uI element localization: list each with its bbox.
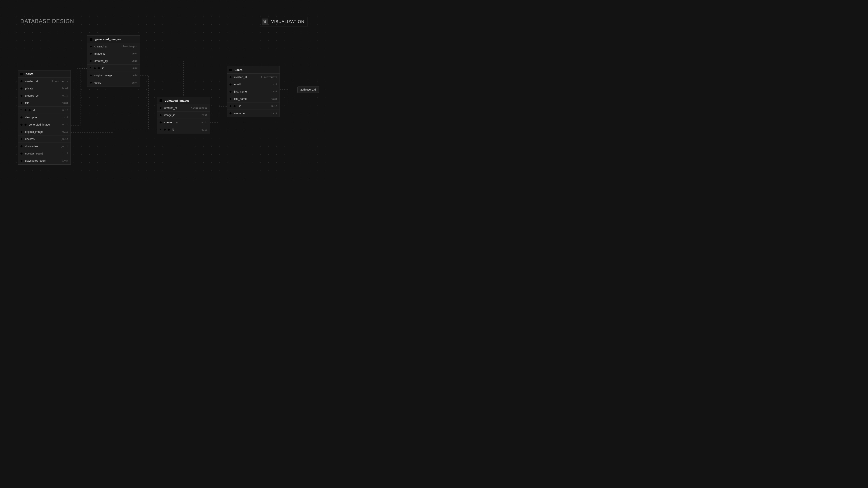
column-name: query <box>94 81 130 84</box>
column-name: upvotes_count <box>25 152 61 155</box>
column-type: _uuid <box>61 137 68 140</box>
table-uploaded_images[interactable]: uploaded_images created_at timestamptz i… <box>157 97 210 133</box>
column-type: uuid <box>202 121 208 124</box>
column-icons <box>229 105 236 107</box>
column-name: created_at <box>25 80 50 83</box>
table-row[interactable]: created_by uuid <box>18 92 70 99</box>
diamond-fill-icon <box>163 128 166 131</box>
link-icon <box>28 109 31 111</box>
diagram-canvas[interactable]: posts created_at timestamptz private boo… <box>0 0 326 183</box>
table-row[interactable]: private bool <box>18 85 70 92</box>
diamond-icon <box>20 94 23 97</box>
table-row[interactable]: created_at timestamptz <box>18 78 70 85</box>
table-row[interactable]: last_name text <box>227 95 280 102</box>
column-name: upvotes <box>25 137 59 141</box>
table-row[interactable]: image_id text <box>87 50 140 57</box>
table-row[interactable]: original_image uuid <box>18 128 70 135</box>
table-row[interactable]: avatar_url text <box>227 110 280 117</box>
column-icons <box>20 152 23 155</box>
diamond-fill-icon <box>90 74 92 77</box>
table-icon <box>20 72 23 76</box>
table-row[interactable]: uid uuid <box>227 102 280 110</box>
column-type: text <box>202 113 208 117</box>
table-row[interactable]: image_id text <box>157 111 210 119</box>
diamond-fill-icon <box>20 87 23 90</box>
column-type: uuid <box>271 104 278 107</box>
table-row[interactable]: id uuid <box>18 106 70 114</box>
column-type: text <box>271 97 278 100</box>
diamond-fill-icon <box>20 123 23 126</box>
link-icon <box>24 123 27 126</box>
column-icons <box>159 106 162 109</box>
table-row[interactable]: created_at timestamptz <box>227 74 280 81</box>
table-header[interactable]: generated_images <box>87 36 140 43</box>
table-row[interactable]: query text <box>87 79 140 86</box>
table-header[interactable]: users <box>227 66 280 74</box>
table-users[interactable]: users created_at timestamptz email text … <box>227 66 280 117</box>
connection-line <box>280 90 288 106</box>
table-row[interactable]: downvotes _uuid <box>18 143 70 150</box>
diamond-fill-icon <box>20 145 23 148</box>
column-type: text <box>271 112 278 115</box>
column-icons <box>20 131 23 133</box>
diamond-icon <box>20 102 23 104</box>
column-type: uuid <box>62 109 68 111</box>
table-row[interactable]: id uuid <box>157 126 210 133</box>
diamond-icon <box>20 116 23 119</box>
table-row[interactable]: created_by uuid <box>157 119 210 126</box>
table-icon <box>229 68 232 72</box>
diamond-fill-icon <box>90 81 92 84</box>
column-icons <box>229 83 232 86</box>
column-icons <box>90 74 93 77</box>
column-icons <box>20 102 23 104</box>
column-icons <box>20 145 23 148</box>
diamond-fill-icon <box>90 53 92 55</box>
column-name: uid <box>238 104 270 108</box>
column-type: text <box>132 52 138 55</box>
link-icon <box>98 67 100 70</box>
table-header[interactable]: posts <box>18 70 70 78</box>
diamond-fill-icon <box>94 67 96 70</box>
reference-chip[interactable]: auth.users.id <box>298 87 319 93</box>
diamond-fill-icon <box>20 159 23 162</box>
column-icons <box>20 80 23 83</box>
table-row[interactable]: email text <box>227 81 280 88</box>
table-row[interactable]: title text <box>18 99 70 106</box>
table-title: uploaded_images <box>165 99 190 102</box>
column-name: downvotes_count <box>25 159 61 162</box>
table-title: generated_images <box>95 37 121 41</box>
column-name: id <box>172 128 200 131</box>
column-icons <box>90 81 93 84</box>
column-icons <box>20 116 23 119</box>
diamond-fill-icon <box>159 106 162 109</box>
diamond-icon <box>90 60 92 62</box>
column-name: original_image <box>25 130 61 133</box>
table-generated_images[interactable]: generated_images created_at timestamptz … <box>87 35 140 87</box>
column-type: uuid <box>62 94 68 97</box>
table-row[interactable]: original_image uuid <box>87 72 140 79</box>
table-title: users <box>235 68 243 72</box>
table-row[interactable]: id uuid <box>87 65 140 72</box>
table-row[interactable]: first_name text <box>227 88 280 95</box>
diamond-fill-icon <box>20 131 23 133</box>
table-header[interactable]: uploaded_images <box>157 97 210 104</box>
diamond-fill-icon <box>20 80 23 83</box>
table-row[interactable]: created_by uuid <box>87 57 140 65</box>
table-row[interactable]: upvotes _uuid <box>18 135 70 143</box>
key-icon <box>159 128 162 131</box>
column-type: int4 <box>62 152 68 155</box>
table-icon <box>159 99 162 102</box>
column-type: bool <box>62 87 68 90</box>
column-name: created_at <box>234 76 259 79</box>
table-posts[interactable]: posts created_at timestamptz private boo… <box>18 70 71 165</box>
column-name: private <box>25 87 61 90</box>
connection-line <box>140 61 184 97</box>
table-row[interactable]: upvotes_count int4 <box>18 150 70 157</box>
table-row[interactable]: created_at timestamptz <box>157 104 210 111</box>
table-row[interactable]: downvotes_count int4 <box>18 157 70 164</box>
table-row[interactable]: generated_image uuid <box>18 121 70 128</box>
table-row[interactable]: created_at timestamptz <box>87 43 140 50</box>
column-name: created_by <box>94 59 130 63</box>
table-row[interactable]: description text <box>18 114 70 121</box>
column-type: text <box>132 81 138 84</box>
